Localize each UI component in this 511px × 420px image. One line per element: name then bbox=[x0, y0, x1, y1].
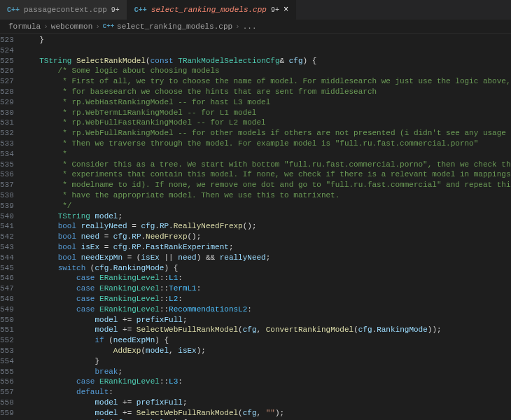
tab-label: select_ranking_models.cpp bbox=[151, 6, 267, 14]
line-number: 542 bbox=[0, 232, 14, 242]
line-number: 555 bbox=[0, 367, 14, 377]
line-number: 545 bbox=[0, 263, 14, 274]
modified-badge: 9+ bbox=[271, 6, 279, 14]
tab-bar: C++ passagecontext.cpp 9+ C++ select_ran… bbox=[0, 0, 511, 20]
line-number: 559 bbox=[0, 408, 14, 419]
line-number: 540 bbox=[0, 211, 14, 222]
line-number: 551 bbox=[0, 325, 14, 335]
chevron-right-icon: › bbox=[235, 22, 240, 31]
line-number: 523 bbox=[0, 35, 14, 46]
line-number: 527 bbox=[0, 76, 14, 87]
chevron-right-icon: › bbox=[95, 22, 100, 31]
line-number: 557 bbox=[0, 387, 14, 398]
code-line[interactable]: case ERankingLevel::L2: bbox=[21, 294, 511, 304]
code-line[interactable]: * bbox=[21, 149, 511, 160]
line-number-gutter: 5235245255265275285295305315325335345355… bbox=[0, 34, 21, 420]
code-line[interactable]: model += prefixFull; bbox=[21, 398, 511, 408]
cpp-icon: C++ bbox=[103, 23, 114, 30]
code-line[interactable]: } bbox=[21, 35, 511, 46]
code-line[interactable]: bool needExpMn = (isEx || need) && reall… bbox=[21, 253, 511, 263]
line-number: 538 bbox=[0, 190, 14, 201]
code-line[interactable]: * First of all, we try to choose the nam… bbox=[21, 76, 511, 87]
breadcrumb: formula › webcommon › C++ select_ranking… bbox=[0, 20, 511, 34]
code-line[interactable]: if (needExpMn) { bbox=[21, 335, 511, 346]
editor[interactable]: 5235245255265275285295305315325335345355… bbox=[0, 34, 511, 420]
line-number: 526 bbox=[0, 66, 14, 76]
code-line[interactable]: AddExp(model, isEx); bbox=[21, 346, 511, 356]
cpp-icon: C++ bbox=[134, 6, 147, 14]
line-number: 543 bbox=[0, 242, 14, 253]
line-number: 552 bbox=[0, 335, 14, 346]
line-number: 535 bbox=[0, 160, 14, 170]
line-number: 525 bbox=[0, 56, 14, 66]
line-number: 539 bbox=[0, 201, 14, 211]
line-number: 549 bbox=[0, 304, 14, 315]
code-line[interactable]: bool reallyNeed = cfg.RP.ReallyNeedFrexp… bbox=[21, 221, 511, 232]
code-line[interactable]: default: bbox=[21, 387, 511, 398]
code-line[interactable]: case ERankingLevel::RecommendationsL2: bbox=[21, 304, 511, 315]
line-number: 532 bbox=[0, 128, 14, 139]
tab-select-ranking-models[interactable]: C++ select_ranking_models.cpp 9+ × bbox=[127, 0, 296, 20]
line-number: 548 bbox=[0, 294, 14, 304]
line-number: 558 bbox=[0, 398, 14, 408]
code-line[interactable]: bool isEx = cfg.RP.FastRankExperiment; bbox=[21, 242, 511, 253]
tab-label: passagecontext.cpp bbox=[24, 6, 107, 14]
line-number: 550 bbox=[0, 315, 14, 326]
breadcrumb-part[interactable]: ... bbox=[243, 22, 257, 31]
code-line[interactable]: * rp.WebHastRankingModel -- for hast L3 … bbox=[21, 97, 511, 108]
breadcrumb-part[interactable]: webcommon bbox=[51, 22, 92, 31]
code-line[interactable]: TString model; bbox=[21, 211, 511, 222]
line-number: 544 bbox=[0, 253, 14, 263]
line-number: 529 bbox=[0, 97, 14, 108]
line-number: 547 bbox=[0, 284, 14, 294]
close-icon[interactable]: × bbox=[284, 5, 288, 15]
chevron-right-icon: › bbox=[43, 22, 48, 31]
line-number: 553 bbox=[0, 346, 14, 356]
line-number: 524 bbox=[0, 46, 14, 56]
line-number: 530 bbox=[0, 108, 14, 118]
code-line[interactable]: * rp.WebFullRankingModel -- for other mo… bbox=[21, 128, 511, 139]
line-number: 534 bbox=[0, 149, 14, 160]
code-line[interactable]: switch (cfg.RankingMode) { bbox=[21, 263, 511, 274]
code-line[interactable]: } bbox=[21, 356, 511, 367]
code-line[interactable]: * experiments that contain this model. I… bbox=[21, 169, 511, 180]
code-line[interactable]: /* Some logic about choosing models bbox=[21, 66, 511, 76]
breadcrumb-part[interactable]: formula bbox=[8, 22, 41, 31]
line-number: 556 bbox=[0, 377, 14, 387]
code-line[interactable]: bool need = cfg.RP.NeedFrexp(); bbox=[21, 232, 511, 242]
code-line[interactable]: * rp.WebTermL1RankingModel -- for L1 mod… bbox=[21, 108, 511, 118]
code-line[interactable] bbox=[21, 46, 511, 56]
code-line[interactable]: * for basesearch we choose the hints tha… bbox=[21, 87, 511, 97]
code-line[interactable]: * Then we traverse through the model. Fo… bbox=[21, 139, 511, 149]
line-number: 541 bbox=[0, 221, 14, 232]
tab-passagecontext[interactable]: C++ passagecontext.cpp 9+ bbox=[0, 0, 127, 20]
line-number: 528 bbox=[0, 87, 14, 97]
code-line[interactable]: case ERankingLevel::L3: bbox=[21, 377, 511, 387]
code-line[interactable]: model += SelectWebFullRankModel(cfg, "")… bbox=[21, 408, 511, 419]
code-line[interactable]: case ERankingLevel::L1: bbox=[21, 273, 511, 284]
code-line[interactable]: model += SelectWebFullRankModel(cfg, Con… bbox=[21, 325, 511, 335]
code-line[interactable]: TString SelectRankModel(const TRankModel… bbox=[21, 56, 511, 66]
breadcrumb-part[interactable]: select_ranking_models.cpp bbox=[117, 22, 232, 31]
code-line[interactable]: break; bbox=[21, 367, 511, 377]
code-line[interactable]: * rp.WebFullFastRankingModel -- for L2 m… bbox=[21, 118, 511, 128]
line-number: 554 bbox=[0, 356, 14, 367]
modified-badge: 9+ bbox=[111, 6, 120, 14]
line-number: 536 bbox=[0, 169, 14, 180]
line-number: 537 bbox=[0, 180, 14, 190]
code-line[interactable]: model += prefixFull; bbox=[21, 315, 511, 326]
code-line[interactable]: * have the appropriate model. Then we us… bbox=[21, 190, 511, 201]
code-line[interactable]: * modelname to id). If none, we remove o… bbox=[21, 180, 511, 190]
line-number: 533 bbox=[0, 139, 14, 149]
code-area[interactable]: } TString SelectRankModel(const TRankMod… bbox=[21, 34, 511, 420]
code-line[interactable]: */ bbox=[21, 201, 511, 211]
line-number: 546 bbox=[0, 273, 14, 284]
code-line[interactable]: * Consider this as a tree. We start with… bbox=[21, 160, 511, 170]
line-number: 531 bbox=[0, 118, 14, 128]
cpp-icon: C++ bbox=[7, 6, 20, 14]
code-line[interactable]: case ERankingLevel::TermL1: bbox=[21, 284, 511, 294]
